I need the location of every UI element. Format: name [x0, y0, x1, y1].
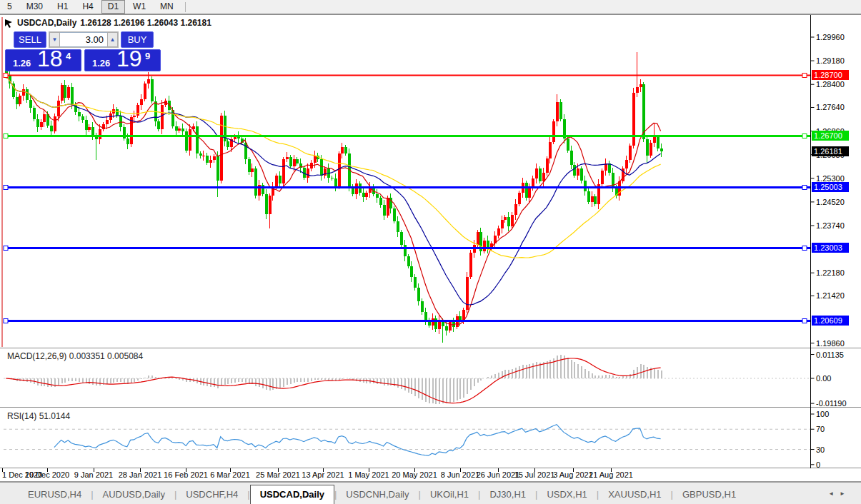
price-axis-label: 1.28400 — [816, 80, 845, 89]
date-axis-label: 26 Jun 2021 — [477, 470, 520, 479]
level-price-badge: 1.26700 — [812, 131, 849, 141]
sell-price-pipette: 4 — [66, 51, 71, 61]
price-axis-label: 1.29960 — [816, 33, 845, 41]
date-axis-label: 25 Mar 2021 — [256, 470, 300, 479]
timeframe-button-h4[interactable]: H4 — [76, 0, 99, 14]
level-price-badge: 1.28700 — [812, 70, 849, 80]
date-axis-label: 3 Aug 2021 — [553, 470, 593, 479]
tab-scroll-arrows: ◄► — [828, 490, 851, 497]
timeframe-button-h1[interactable]: H1 — [51, 0, 74, 14]
buy-price-pipette: 9 — [145, 51, 150, 61]
price-axis-label: 1.22180 — [816, 268, 845, 277]
buy-price-button[interactable]: 1.26 19 9 — [84, 49, 161, 71]
rsi-axis-label: 100 — [816, 410, 829, 418]
chart-tab-usdchf[interactable]: USDCHF,H4 — [176, 486, 247, 504]
chart-tab-eurusd[interactable]: EURUSD,H4 — [19, 486, 91, 504]
price-axis-label: 1.27640 — [816, 103, 845, 111]
tab-scroll-left-icon[interactable]: ◄ — [828, 490, 840, 497]
date-axis-label: 19 Dec 2020 — [25, 470, 69, 479]
level-price-badge: 1.20609 — [812, 316, 849, 326]
price-axis-label: 1.19860 — [816, 339, 845, 348]
price-axis-label: 1.23740 — [816, 221, 845, 230]
chart-tab-audusd[interactable]: AUDUSD,Daily — [94, 486, 174, 504]
volume-decrease-button[interactable]: ▼ — [49, 32, 60, 47]
current-price-badge: 1.26181 — [812, 146, 849, 156]
chart-symbol-icon — [4, 19, 14, 28]
tab-scroll-right-icon[interactable]: ► — [840, 490, 851, 497]
chart-tab-ukoil[interactable]: UKOil,H1 — [421, 486, 478, 504]
date-axis-label: 21 Aug 2021 — [589, 470, 633, 479]
chart-tab-usdcnh[interactable]: USDCNH,Daily — [337, 486, 418, 504]
date-axis-label: 9 Jan 2021 — [74, 470, 113, 479]
chart-title-symbol: USDCAD,Daily — [17, 18, 76, 28]
macd-axis-label: -0.01190 — [816, 399, 847, 408]
date-axis-label: 1 May 2021 — [348, 470, 389, 479]
timeframe-button-m30[interactable]: M30 — [20, 0, 49, 14]
volume-increase-button[interactable]: ▲ — [107, 32, 118, 47]
rsi-axis-label: 0 — [816, 460, 820, 469]
chart-tab-usdcad[interactable]: USDCAD,Daily — [250, 485, 334, 504]
sell-price-button[interactable]: 1.26 18 4 — [5, 49, 81, 71]
date-axis-label: 13 Apr 2021 — [302, 470, 344, 479]
date-axis-label: 20 May 2021 — [392, 470, 437, 479]
date-axis-label: 28 Jan 2021 — [119, 470, 162, 479]
timeframe-button-d1[interactable]: D1 — [101, 0, 125, 14]
timeframe-toolbar: 5M30H1H4D1W1MN — [0, 0, 861, 14]
trading-terminal-window: 5M30H1H4D1W1MN USDCAD,Daily 1.26128 1.26… — [0, 0, 861, 504]
chart-tab-gbpusd[interactable]: GBPUSD,H1 — [673, 486, 745, 504]
sell-price-big: 18 — [37, 46, 63, 72]
level-price-badge: 1.23003 — [812, 243, 849, 253]
date-axis-label: 6 Mar 2021 — [210, 470, 250, 479]
macd-axis-label: 0.01135 — [816, 351, 844, 359]
date-axis-label: 8 Jun 2021 — [441, 470, 479, 479]
price-chart-canvas[interactable] — [0, 0, 861, 504]
chart-tab-bar: EURUSD,H4|AUDUSD,Daily|USDCHF,H4|USDCAD,… — [0, 482, 861, 504]
date-axis-label: 15 Jul 2021 — [514, 470, 555, 479]
timeframe-button-mn[interactable]: MN — [154, 0, 180, 14]
one-click-trade-panel: SELL ▼ ▲ BUY 1.26 18 4 1.26 19 9 — [5, 31, 161, 71]
volume-input[interactable] — [60, 32, 107, 47]
rsi-axis-label: 30 — [816, 445, 825, 454]
sell-price-prefix: 1.26 — [13, 58, 31, 69]
rsi-indicator-label: RSI(14) 51.0144 — [7, 411, 70, 421]
chart-tab-usdx[interactable]: USDX,H1 — [537, 486, 596, 504]
chart-title-ohlc: 1.26128 1.26196 1.26043 1.26181 — [80, 18, 211, 28]
macd-axis-label: 0.00 — [816, 374, 831, 383]
buy-price-big: 19 — [116, 46, 142, 72]
price-axis-label: 1.21420 — [816, 291, 845, 300]
toolbar-separator — [185, 2, 186, 12]
timeframe-button-5[interactable]: 5 — [1, 0, 19, 14]
macd-indicator-label: MACD(12,26,9) 0.003351 0.005084 — [7, 351, 143, 361]
price-axis-label: 1.25300 — [816, 174, 845, 183]
timeframe-button-w1[interactable]: W1 — [126, 0, 152, 14]
level-price-badge: 1.25003 — [812, 182, 849, 192]
chart-tab-xauusd[interactable]: XAUUSD,H1 — [599, 486, 670, 504]
buy-price-prefix: 1.26 — [92, 58, 110, 69]
rsi-axis-label: 70 — [816, 425, 825, 433]
price-axis-label: 1.24520 — [816, 198, 845, 206]
date-axis-label: 16 Feb 2021 — [164, 470, 208, 479]
chart-title: USDCAD,Daily 1.26128 1.26196 1.26043 1.2… — [4, 18, 211, 28]
chart-tab-dj30[interactable]: DJ30,H1 — [480, 486, 535, 504]
price-axis-label: 1.29180 — [816, 56, 845, 65]
